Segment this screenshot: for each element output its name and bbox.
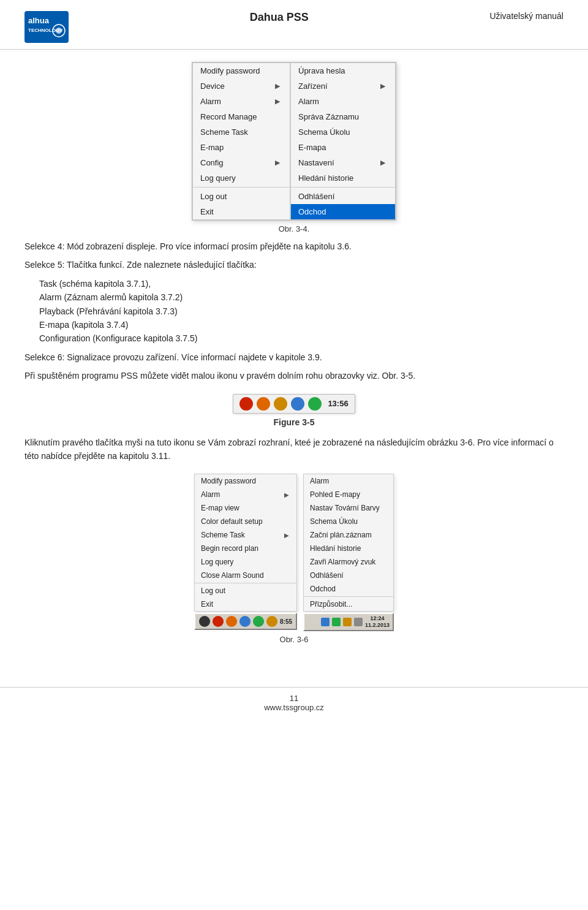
fig35-container: 13:56 xyxy=(24,394,564,414)
menu-item-log-out[interactable]: Log out xyxy=(193,189,290,204)
fig36-left-section: Modify password Alarm ▶ E-map view Color… xyxy=(194,474,297,631)
f6-begin-record[interactable]: Begin record plan xyxy=(195,542,296,555)
f6r-schema-ukolu[interactable]: Schema Úkolu xyxy=(304,515,393,528)
menu-item-alarm-cz[interactable]: Alarm xyxy=(291,94,395,109)
fig34-caption: Obr. 3-4. xyxy=(24,224,564,233)
f6r-odchod[interactable]: Odchod xyxy=(304,582,393,596)
fig36-container: Modify password Alarm ▶ E-map view Color… xyxy=(24,474,564,631)
fig36-menus-wrapper: Modify password Alarm ▶ E-map view Color… xyxy=(194,474,394,631)
f6-close-alarm-sound[interactable]: Close Alarm Sound xyxy=(195,569,296,582)
menu-item-hledani-historie[interactable]: Hledání historie xyxy=(291,170,395,186)
f6-taskbar-icon5 xyxy=(253,616,264,627)
fig34-right-menu: Úprava hesla Zařízení ▶ Alarm Správa Záz… xyxy=(290,63,396,220)
fig36-right-menu: Alarm Pohled E-mapy Nastav Tovární Barvy… xyxy=(303,474,394,612)
menu-divider-2 xyxy=(291,187,395,188)
paragraph-1: Selekce 4: Mód zobrazení displeje. Pro v… xyxy=(24,240,564,253)
paragraph-4: Selekce 6: Signalizace provozu zařízení.… xyxy=(24,351,564,364)
f6-log-out[interactable]: Log out xyxy=(195,584,296,597)
fig36-right-section: Alarm Pohled E-mapy Nastav Tovární Barvy… xyxy=(303,474,394,631)
main-content: Modify password Device ▶ Alarm ▶ Record … xyxy=(0,62,588,669)
f6r-taskbar-icon3 xyxy=(343,618,352,626)
fig34-menus: Modify password Device ▶ Alarm ▶ Record … xyxy=(192,62,396,221)
f6r-taskbar-icon2 xyxy=(332,618,341,626)
menu-item-modify-password[interactable]: Modify password xyxy=(193,63,290,78)
menu-item-nastaveni[interactable]: Nastavení ▶ xyxy=(291,155,395,170)
f6-taskbar-icon6 xyxy=(266,616,277,627)
taskbar-icon-2 xyxy=(257,397,270,411)
taskbar-icon-5 xyxy=(308,397,322,411)
menu-item-schema-ukolu[interactable]: Schema Úkolu xyxy=(291,124,395,140)
f6-taskbar-icon4 xyxy=(239,616,251,627)
f6-divider xyxy=(195,583,296,583)
page-header: alhua TECHNOLOGY Dahua PSS Uživatelský m… xyxy=(0,0,588,50)
fig34-container: Modify password Device ▶ Alarm ▶ Record … xyxy=(24,62,564,221)
fig34-left-menu: Modify password Device ▶ Alarm ▶ Record … xyxy=(192,63,290,220)
f6r-odhlaseni[interactable]: Odhlášení xyxy=(304,569,393,582)
f6-taskbar-icon1 xyxy=(199,616,210,627)
f6r-taskbar-icon4 xyxy=(354,618,363,626)
fig36-datetime: 12:24 11.2.2013 xyxy=(365,615,390,629)
f6-scheme-task[interactable]: Scheme Task ▶ xyxy=(195,528,296,542)
header-right-title: Uživatelský manuál xyxy=(489,11,564,21)
menu-divider-1 xyxy=(193,187,290,188)
f6-modify-password[interactable]: Modify password xyxy=(195,474,296,488)
f6-emap-view[interactable]: E-map view xyxy=(195,501,296,515)
menu-item-device[interactable]: Device ▶ xyxy=(193,78,290,94)
page-footer: 11 www.tssgroup.cz xyxy=(0,687,588,712)
header-center-title: Dahua PSS xyxy=(250,11,309,24)
taskbar-time: 13:56 xyxy=(328,399,348,408)
menu-item-emap[interactable]: E-map xyxy=(193,140,290,155)
menu-item-log-query[interactable]: Log query xyxy=(193,170,290,186)
f6-taskbar-icon3 xyxy=(226,616,237,627)
taskbar-icon-3 xyxy=(274,397,287,411)
f6-exit[interactable]: Exit xyxy=(195,597,296,611)
taskbar-icon-1 xyxy=(239,397,253,411)
fig36-date: 11.2.2013 xyxy=(365,622,390,629)
menu-item-record-manage[interactable]: Record Manage xyxy=(193,109,290,124)
f6r-zacni-planzaznam[interactable]: Začni plán.záznam xyxy=(304,528,393,542)
paragraph-after35: Kliknutím pravého tlačítka myši na tuto … xyxy=(24,436,564,463)
menu-item-config[interactable]: Config ▶ xyxy=(193,155,290,170)
f6r-hledani-historie[interactable]: Hledání historie xyxy=(304,542,393,555)
menu-item-sprava-zaznamu[interactable]: Správa Záznamu xyxy=(291,109,395,124)
menu-item-exit[interactable]: Exit xyxy=(193,204,290,219)
f6-taskbar-icon2 xyxy=(213,616,224,627)
menu-item-alarm[interactable]: Alarm ▶ xyxy=(193,94,290,109)
taskbar-icon-4 xyxy=(291,397,304,411)
paragraph-2: Selekce 5: Tlačítka funkcí. Zde naleznet… xyxy=(24,258,564,271)
menu-item-emapa[interactable]: E-mapa xyxy=(291,140,395,155)
fig36-right-taskbar: 12:24 11.2.2013 xyxy=(303,613,394,631)
menu-item-scheme-task[interactable]: Scheme Task xyxy=(193,124,290,140)
paragraph-3: Task (schéma kapitola 3.7.1), Alarm (Záz… xyxy=(39,277,564,346)
f6r-alarm[interactable]: Alarm xyxy=(304,474,393,488)
fig36-left-menu: Modify password Alarm ▶ E-map view Color… xyxy=(194,474,297,612)
f6-color-default[interactable]: Color default setup xyxy=(195,515,296,528)
fig35-label: Figure 3-5 xyxy=(24,417,564,427)
menu-item-odhlaseni[interactable]: Odhlášení xyxy=(291,189,395,204)
fig36-time: 12:24 xyxy=(370,615,384,622)
svg-text:alhua: alhua xyxy=(28,16,50,25)
f6r-zavri-alarm[interactable]: Zavři Alarmový zvuk xyxy=(304,555,393,569)
f6-alarm[interactable]: Alarm ▶ xyxy=(195,488,296,501)
f6r-divider xyxy=(304,596,393,597)
f6r-taskbar-icon1 xyxy=(321,618,330,626)
f6-taskbar-time: 8:55 xyxy=(280,618,292,625)
f6r-pohled-emapy[interactable]: Pohled E-mapy xyxy=(304,488,393,501)
menu-item-uprava-hesla[interactable]: Úprava hesla xyxy=(291,63,395,78)
f6r-nastav-barvy[interactable]: Nastav Tovární Barvy xyxy=(304,501,393,515)
f6-log-query[interactable]: Log query xyxy=(195,555,296,569)
page-number: 11 xyxy=(290,694,298,703)
fig36-caption: Obr. 3-6 xyxy=(24,635,564,644)
f6r-prizpusobit[interactable]: Přizpůsobit... xyxy=(304,597,393,611)
logo-area: alhua TECHNOLOGY xyxy=(24,11,69,43)
menu-item-zarizeni[interactable]: Zařízení ▶ xyxy=(291,78,395,94)
menu-item-odchod[interactable]: Odchod xyxy=(291,204,395,219)
paragraph-5: Při spuštěném programu PSS můžete vidět … xyxy=(24,369,564,382)
fig36-taskbar: 8:55 xyxy=(194,613,297,630)
website: www.tssgroup.cz xyxy=(264,703,324,712)
logo-icon: alhua TECHNOLOGY xyxy=(24,11,69,43)
fig35-taskbar: 13:56 xyxy=(233,394,355,414)
